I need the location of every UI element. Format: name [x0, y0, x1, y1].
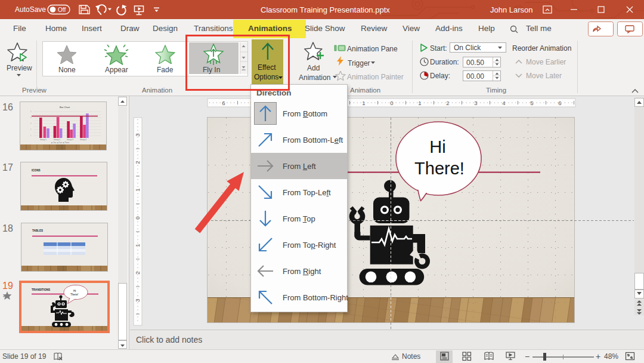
svg-text:1: 1: [362, 100, 365, 106]
svg-text:0: 0: [134, 216, 141, 219]
svg-text:Group 3: Group 3: [67, 139, 73, 141]
svg-text:AutoSave: AutoSave: [15, 5, 46, 14]
svg-text:Group 1: Group 1: [40, 139, 47, 141]
svg-text:Hi: Hi: [73, 290, 76, 293]
svg-text:There!: There!: [70, 293, 78, 296]
svg-text:Group 2: Group 2: [54, 139, 60, 141]
svg-text:There!: There!: [414, 159, 465, 178]
svg-text:Hi: Hi: [429, 137, 445, 156]
svg-text:0: 0: [390, 100, 393, 106]
svg-text:■ One ■ Two ■ Three: ■ One ■ Two ■ Three: [51, 141, 70, 144]
svg-text:Group 4: Group 4: [80, 139, 86, 141]
svg-text:ICONS: ICONS: [32, 169, 41, 172]
svg-text:TABLES: TABLES: [32, 229, 43, 232]
svg-text:Off: Off: [58, 7, 66, 13]
svg-text:6: 6: [558, 100, 561, 106]
svg-text:Bar Chart: Bar Chart: [60, 106, 70, 109]
svg-text:TRANSITIONS: TRANSITIONS: [32, 288, 50, 291]
svg-text:2: 2: [134, 271, 141, 274]
svg-text:2: 2: [134, 161, 141, 164]
